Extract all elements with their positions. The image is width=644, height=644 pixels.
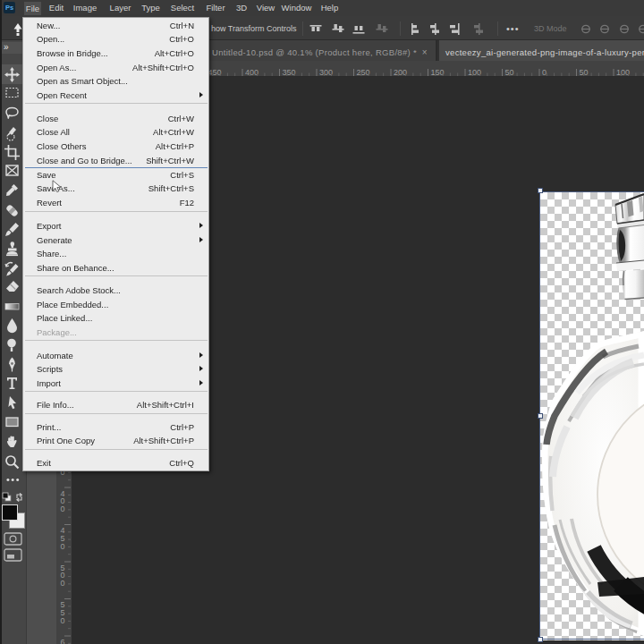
svg-text:0: 0 [61,579,65,588]
svg-text:0: 0 [61,616,65,625]
svg-text:200: 200 [394,68,407,77]
svg-text:0: 0 [542,68,547,77]
svg-text:0: 0 [61,504,65,513]
svg-text:0: 0 [61,542,65,551]
svg-text:400: 400 [245,68,258,77]
svg-text:250: 250 [357,68,370,77]
svg-text:450: 450 [208,68,222,77]
svg-text:100: 100 [468,68,481,77]
svg-text:100: 100 [616,68,630,77]
svg-text:300: 300 [319,68,333,77]
svg-text:350: 350 [283,68,296,77]
svg-text:6: 6 [61,638,65,644]
svg-text:150: 150 [431,68,445,77]
